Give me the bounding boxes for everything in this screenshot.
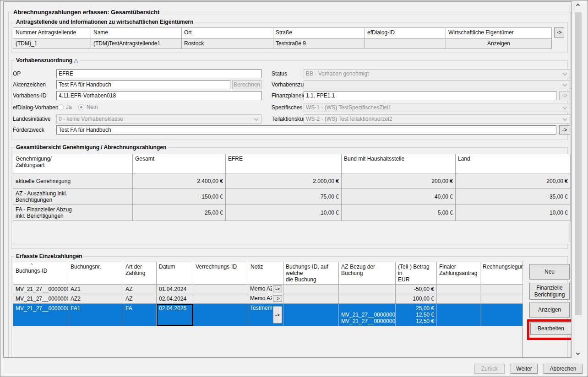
cell-land: -35,00 €	[456, 189, 571, 205]
scroll-down-button[interactable]	[574, 350, 582, 358]
cell-gesamt: 2.400,00 €	[133, 173, 226, 189]
cell-efdialog-id	[365, 39, 446, 49]
cell-nummer: (TDM)_1	[13, 39, 91, 49]
cell-rechnungslegung	[480, 304, 523, 326]
col-rechnungslegung[interactable]: Rechnungslegung	[480, 262, 523, 285]
status-combo: BB - Vorhaben genehmigt	[304, 69, 570, 78]
bearbeiten-highlight-box: Bearbeiten	[527, 319, 572, 340]
scroll-up-button[interactable]	[574, 1, 582, 9]
col-datum[interactable]: Datum	[157, 262, 193, 285]
cell-bund: -40,00 €	[342, 189, 456, 205]
chevron-down-icon	[563, 117, 567, 121]
teilaktionskuerzel-value: WS-2 - (WS) TestTeilaktionkuerzel2	[306, 116, 392, 122]
cell-verrechnungs-id	[193, 285, 248, 294]
applicant-row[interactable]: (TDM)_1 (TDM)TestAntragstellende1 Rostoc…	[13, 39, 552, 49]
col-strasse: Straße	[273, 28, 365, 39]
foerderzweck-label: Förderzweck	[13, 127, 44, 134]
overview-row-fa[interactable]: FA - Finanzieller Abzug inkl. Berichtigu…	[13, 205, 571, 221]
overview-table: Genehmigung/ Zahlungsart Gesamt EFRE Bun…	[13, 154, 571, 221]
cell-notiz: Memo AZ->	[248, 285, 283, 294]
radio-ja-circle	[58, 104, 64, 110]
overview-row-az[interactable]: AZ - Auszahlung inkl. Berichtigungen -15…	[13, 189, 571, 205]
col-art-der-zahlung[interactable]: Art der Zahlung	[123, 262, 157, 285]
notiz-arrow-button[interactable]: ->	[273, 306, 282, 323]
cell-notiz: Memo AZ->	[248, 294, 283, 304]
col-ort: Ort	[182, 28, 273, 39]
vorhabens-id-input[interactable]	[56, 91, 261, 100]
spezifisches-ziel-combo: WS-1 - (WS) TestSpezifischesZiel1	[304, 103, 570, 112]
cell-betrag: -100,00 €	[396, 294, 437, 304]
anzeigen-button[interactable]: Anzeigen	[529, 302, 570, 318]
weiter-button[interactable]: Weiter	[511, 364, 538, 374]
payments-title: Erfasste Einzelzahlungen	[14, 253, 84, 259]
cell-buchungs-id: MV_21_27__0000000061	[13, 304, 68, 326]
notiz-arrow-button[interactable]: ->	[273, 295, 282, 302]
finanzplanelement-input[interactable]	[304, 91, 556, 100]
radio-nein: Nein	[78, 104, 98, 110]
collapse-triangle-icon[interactable]: △	[74, 57, 78, 64]
cell-datum: 01.04.2024	[157, 285, 193, 294]
neu-button[interactable]: Neu	[529, 264, 570, 280]
col-az-bezug[interactable]: AZ-Bezug der Buchung	[339, 262, 396, 285]
eigentuemer-anzeigen-link[interactable]: Anzeigen	[446, 39, 552, 49]
cell-efre: -75,00 €	[226, 189, 342, 205]
cell-ort: Rostock	[182, 39, 273, 49]
col-teil-betrag[interactable]: (Teil-) Betrag in EUR	[396, 262, 437, 285]
abbrechen-button[interactable]: Abbrechen	[544, 364, 583, 374]
col-finaler-zahlungsantrag[interactable]: Finaler Zahlungsantrag	[437, 262, 480, 285]
cell-finaler-zahlungsantrag	[437, 285, 480, 294]
landesinitiative-combo: 0 - keine Vorhabensklasse	[56, 114, 261, 124]
payments-table-area: ^ Buchungs-ID Buchungsnr. Art der Zahlun…	[13, 262, 523, 358]
aktenzeichen-input[interactable]	[56, 80, 230, 89]
vertical-scrollbar[interactable]	[574, 1, 582, 358]
col-buchungsnr[interactable]: Buchungsnr.	[68, 262, 123, 285]
notiz-text: Testmemo	[250, 305, 272, 311]
op-input[interactable]	[56, 69, 261, 78]
overview-row-genehmigung[interactable]: aktuelle Genehmigung 2.400,00 € 2.000,00…	[13, 173, 571, 189]
notiz-text: Memo AZ	[250, 295, 272, 302]
col-wirtschaftliche-eigentuemer: Wirtschaftliche Eigentümer	[446, 28, 552, 39]
payment-row-2[interactable]: MV_21_27__0000000056 AZ2 AZ 02.04.2024 M…	[13, 294, 523, 304]
foerderzweck-input[interactable]	[56, 125, 556, 135]
cell-gesamt: -150,00 €	[133, 189, 226, 205]
aktenzeichen-label: Aktenzeichen	[13, 81, 46, 89]
cell-az-bezug	[339, 294, 396, 304]
vorhaben-title: Vorhabenszuordnung △	[14, 57, 80, 64]
overview-table-area: Genehmigung/ Zahlungsart Gesamt EFRE Bun…	[13, 154, 570, 244]
col-buchungs-id[interactable]: Buchungs-ID	[13, 262, 68, 285]
payment-row-3-selected[interactable]: MV_21_27__0000000061 FA1 FA 02.04.2025 T…	[13, 304, 523, 326]
cell-bund: 200,00 €	[342, 173, 456, 189]
status-label: Status	[272, 70, 287, 78]
cell-notiz: Testmemo->	[248, 304, 283, 326]
finanzielle-berichtigung-button[interactable]: Finanzielle Berichtigung	[529, 283, 570, 300]
cell-az-bezug: MV_21_27__0000000055 MV_21_27__000000005…	[339, 304, 396, 326]
cell-finaler-zahlungsantrag	[437, 294, 480, 304]
payments-table: Buchungs-ID Buchungsnr. Art der Zahlung …	[13, 262, 523, 326]
bearbeiten-button[interactable]: Bearbeiten	[530, 323, 572, 335]
scrollbar-thumb[interactable]	[575, 12, 582, 315]
cell-datum-focused[interactable]: 02.04.2025	[157, 304, 193, 326]
applicants-detail-arrow-button[interactable]: ->	[554, 27, 564, 38]
radio-nein-circle	[78, 104, 84, 110]
foerderzweck-arrow-button[interactable]: ->	[559, 125, 570, 135]
cell-land: 200,00 €	[456, 173, 571, 189]
notiz-arrow-button[interactable]: ->	[273, 285, 282, 292]
cell-art: FA	[123, 304, 157, 326]
application-window: Abrechnungszahlungen erfassen: Gesamtübe…	[0, 0, 588, 377]
payment-row-1[interactable]: MV_21_27__0000000055 AZ1 AZ 01.04.2024 M…	[13, 285, 523, 294]
applicants-table: Nummer Antragstellende Name Ort Straße e…	[13, 27, 552, 49]
cell-buchungsnr: AZ1	[68, 285, 123, 294]
zurueck-button: Zurück	[474, 364, 505, 374]
cell-efre: 2.000,00 €	[226, 173, 342, 189]
chevron-up-icon	[576, 4, 580, 7]
sort-ascending-icon[interactable]: ^	[31, 263, 33, 267]
col-name: Name	[91, 28, 182, 39]
cell-buchungsnr: FA1	[68, 304, 123, 326]
vorhabens-id-label: Vorhabens-ID	[13, 92, 46, 100]
status-value: BB - Vorhaben genehmigt	[306, 70, 369, 77]
col-notiz[interactable]: Notiz	[248, 262, 283, 285]
col-buchungs-id-auf-welche[interactable]: Buchungs-ID, auf welche die Buchung	[283, 262, 339, 285]
cell-verrechnungs-id	[193, 304, 248, 326]
col-verrechnungs-id[interactable]: Verrechnungs-ID	[193, 262, 248, 285]
berechnen-button: Berechnen	[232, 80, 261, 89]
